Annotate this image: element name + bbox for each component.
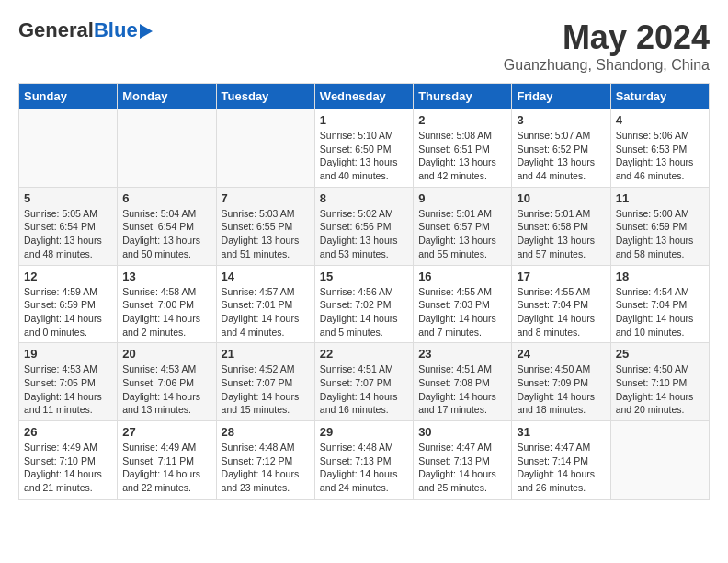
- day-number: 6: [122, 191, 210, 205]
- day-info: Sunrise: 4:47 AM Sunset: 7:14 PM Dayligh…: [517, 441, 605, 495]
- calendar-cell: 2Sunrise: 5:08 AM Sunset: 6:51 PM Daylig…: [414, 109, 512, 188]
- calendar-cell: 9Sunrise: 5:01 AM Sunset: 6:57 PM Daylig…: [414, 187, 512, 265]
- day-info: Sunrise: 4:49 AM Sunset: 7:10 PM Dayligh…: [24, 441, 112, 495]
- calendar-week-row: 5Sunrise: 5:05 AM Sunset: 6:54 PM Daylig…: [19, 187, 710, 265]
- calendar-header-row: SundayMondayTuesdayWednesdayThursdayFrid…: [19, 84, 710, 109]
- day-number: 4: [616, 113, 704, 127]
- day-number: 27: [122, 425, 210, 439]
- calendar-cell: 18Sunrise: 4:54 AM Sunset: 7:04 PM Dayli…: [610, 265, 709, 343]
- day-number: 30: [418, 425, 506, 439]
- day-info: Sunrise: 5:06 AM Sunset: 6:53 PM Dayligh…: [616, 129, 704, 183]
- day-number: 20: [122, 347, 210, 361]
- logo-general-text: General: [18, 18, 94, 42]
- day-number: 25: [616, 347, 704, 361]
- day-number: 12: [24, 270, 112, 283]
- calendar-cell: 20Sunrise: 4:53 AM Sunset: 7:06 PM Dayli…: [118, 343, 216, 421]
- calendar-cell: [216, 109, 314, 188]
- day-number: 10: [517, 191, 605, 205]
- day-number: 1: [320, 113, 408, 127]
- day-header-tuesday: Tuesday: [216, 84, 314, 109]
- calendar-cell: 7Sunrise: 5:03 AM Sunset: 6:55 PM Daylig…: [216, 187, 314, 265]
- day-info: Sunrise: 5:07 AM Sunset: 6:52 PM Dayligh…: [517, 129, 605, 183]
- day-info: Sunrise: 4:59 AM Sunset: 6:59 PM Dayligh…: [24, 285, 112, 339]
- day-info: Sunrise: 4:54 AM Sunset: 7:04 PM Dayligh…: [616, 285, 704, 339]
- calendar-cell: 8Sunrise: 5:02 AM Sunset: 6:56 PM Daylig…: [314, 187, 413, 265]
- day-number: 22: [320, 347, 408, 361]
- day-info: Sunrise: 5:01 AM Sunset: 6:58 PM Dayligh…: [517, 207, 605, 261]
- day-info: Sunrise: 4:53 AM Sunset: 7:06 PM Dayligh…: [122, 362, 210, 417]
- day-info: Sunrise: 5:01 AM Sunset: 6:57 PM Dayligh…: [418, 207, 506, 261]
- day-info: Sunrise: 4:48 AM Sunset: 7:13 PM Dayligh…: [320, 441, 408, 495]
- day-number: 3: [517, 113, 605, 127]
- logo-blue-text: Blue: [94, 18, 138, 42]
- day-number: 9: [418, 191, 506, 205]
- day-info: Sunrise: 4:57 AM Sunset: 7:01 PM Dayligh…: [222, 285, 310, 339]
- day-number: 28: [222, 425, 310, 439]
- day-info: Sunrise: 4:47 AM Sunset: 7:13 PM Dayligh…: [418, 441, 506, 495]
- day-header-thursday: Thursday: [414, 84, 512, 109]
- calendar-cell: 1Sunrise: 5:10 AM Sunset: 6:50 PM Daylig…: [314, 109, 413, 188]
- day-number: 18: [616, 270, 704, 283]
- day-number: 8: [320, 191, 408, 205]
- calendar-cell: 4Sunrise: 5:06 AM Sunset: 6:53 PM Daylig…: [610, 109, 709, 188]
- day-number: 26: [24, 425, 112, 439]
- calendar-cell: 21Sunrise: 4:52 AM Sunset: 7:07 PM Dayli…: [216, 343, 314, 421]
- day-info: Sunrise: 4:55 AM Sunset: 7:04 PM Dayligh…: [517, 285, 605, 339]
- calendar-week-row: 26Sunrise: 4:49 AM Sunset: 7:10 PM Dayli…: [19, 421, 710, 500]
- day-number: 13: [122, 270, 210, 283]
- day-info: Sunrise: 4:58 AM Sunset: 7:00 PM Dayligh…: [122, 285, 210, 339]
- day-info: Sunrise: 5:00 AM Sunset: 6:59 PM Dayligh…: [616, 207, 704, 261]
- day-header-saturday: Saturday: [610, 84, 709, 109]
- title-block: May 2024 Guanzhuang, Shandong, China: [504, 18, 710, 74]
- day-number: 17: [517, 270, 605, 283]
- day-number: 21: [222, 347, 310, 361]
- calendar-cell: 5Sunrise: 5:05 AM Sunset: 6:54 PM Daylig…: [19, 187, 118, 265]
- day-info: Sunrise: 5:04 AM Sunset: 6:54 PM Dayligh…: [122, 207, 210, 261]
- day-info: Sunrise: 4:56 AM Sunset: 7:02 PM Dayligh…: [320, 285, 408, 339]
- month-year-title: May 2024: [504, 18, 710, 57]
- day-number: 7: [222, 191, 310, 205]
- calendar-cell: 17Sunrise: 4:55 AM Sunset: 7:04 PM Dayli…: [512, 265, 610, 343]
- calendar-cell: 10Sunrise: 5:01 AM Sunset: 6:58 PM Dayli…: [512, 187, 610, 265]
- calendar-cell: 11Sunrise: 5:00 AM Sunset: 6:59 PM Dayli…: [610, 187, 709, 265]
- day-number: 11: [616, 191, 704, 205]
- calendar-week-row: 19Sunrise: 4:53 AM Sunset: 7:05 PM Dayli…: [19, 343, 710, 421]
- day-number: 5: [24, 191, 112, 205]
- day-info: Sunrise: 5:03 AM Sunset: 6:55 PM Dayligh…: [222, 207, 310, 261]
- calendar-table: SundayMondayTuesdayWednesdayThursdayFrid…: [18, 83, 710, 500]
- day-info: Sunrise: 4:49 AM Sunset: 7:11 PM Dayligh…: [122, 441, 210, 495]
- day-number: 31: [517, 425, 605, 439]
- day-info: Sunrise: 5:08 AM Sunset: 6:51 PM Dayligh…: [418, 129, 506, 183]
- logo: General Blue: [18, 18, 153, 42]
- calendar-cell: 25Sunrise: 4:50 AM Sunset: 7:10 PM Dayli…: [610, 343, 709, 421]
- logo-arrow-icon: [140, 24, 153, 39]
- calendar-cell: 12Sunrise: 4:59 AM Sunset: 6:59 PM Dayli…: [19, 265, 118, 343]
- day-info: Sunrise: 4:52 AM Sunset: 7:07 PM Dayligh…: [222, 362, 310, 417]
- day-info: Sunrise: 4:51 AM Sunset: 7:08 PM Dayligh…: [418, 362, 506, 417]
- calendar-cell: 26Sunrise: 4:49 AM Sunset: 7:10 PM Dayli…: [19, 421, 118, 500]
- location-subtitle: Guanzhuang, Shandong, China: [504, 57, 710, 74]
- day-info: Sunrise: 5:10 AM Sunset: 6:50 PM Dayligh…: [320, 129, 408, 183]
- day-number: 16: [418, 270, 506, 283]
- day-number: 14: [222, 270, 310, 283]
- day-header-sunday: Sunday: [19, 84, 118, 109]
- day-header-friday: Friday: [512, 84, 610, 109]
- page-header: General Blue May 2024 Guanzhuang, Shando…: [18, 18, 710, 74]
- day-header-monday: Monday: [118, 84, 216, 109]
- calendar-cell: 24Sunrise: 4:50 AM Sunset: 7:09 PM Dayli…: [512, 343, 610, 421]
- calendar-cell: [118, 109, 216, 188]
- day-header-wednesday: Wednesday: [314, 84, 413, 109]
- calendar-cell: 30Sunrise: 4:47 AM Sunset: 7:13 PM Dayli…: [414, 421, 512, 500]
- day-info: Sunrise: 4:50 AM Sunset: 7:09 PM Dayligh…: [517, 362, 605, 417]
- day-number: 24: [517, 347, 605, 361]
- day-number: 15: [320, 270, 408, 283]
- day-info: Sunrise: 5:02 AM Sunset: 6:56 PM Dayligh…: [320, 207, 408, 261]
- day-info: Sunrise: 4:51 AM Sunset: 7:07 PM Dayligh…: [320, 362, 408, 417]
- calendar-cell: 6Sunrise: 5:04 AM Sunset: 6:54 PM Daylig…: [118, 187, 216, 265]
- day-info: Sunrise: 4:53 AM Sunset: 7:05 PM Dayligh…: [24, 362, 112, 417]
- day-info: Sunrise: 4:48 AM Sunset: 7:12 PM Dayligh…: [222, 441, 310, 495]
- day-number: 2: [418, 113, 506, 127]
- day-number: 19: [24, 347, 112, 361]
- day-number: 29: [320, 425, 408, 439]
- calendar-cell: 23Sunrise: 4:51 AM Sunset: 7:08 PM Dayli…: [414, 343, 512, 421]
